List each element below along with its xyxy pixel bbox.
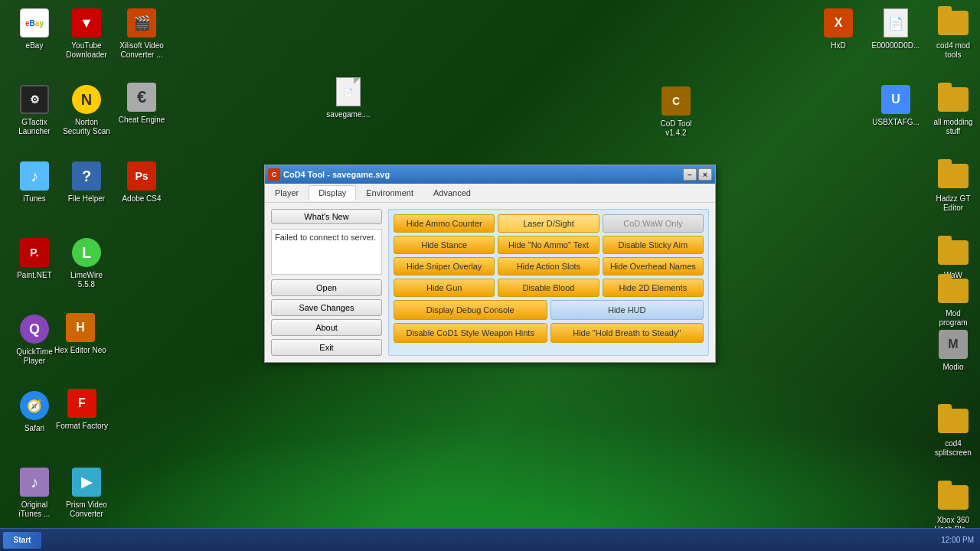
icon-format-factory[interactable]: F Format Factory [55, 388, 109, 431]
icon-quicktime-label: QuickTimePlayer [16, 347, 52, 366]
icon-paintnet-label: Paint.NET [17, 271, 52, 280]
icon-itunes-label: iTunes [23, 194, 46, 204]
cod4-tool-dialog: C CoD4 Tool - savegame.svg − × Player Di… [264, 165, 716, 363]
icon-safari-label: Safari [24, 424, 44, 433]
left-buttons: Open Save Changes About Exit [271, 279, 382, 356]
icon-cod4-splitscreen-label: cod4splitscreen [935, 439, 972, 458]
icon-original-itunes-label: OriginaliTunes ... [19, 500, 51, 519]
icon-cod-tool[interactable]: C CoD Toolv1.4.2 [649, 86, 703, 138]
icon-prism-video[interactable]: ▶ Prism VideoConverter [60, 467, 113, 519]
icon-all-modding[interactable]: all moddingstuff [926, 84, 980, 136]
tab-player[interactable]: Player [265, 185, 309, 201]
hide-2d-elements-button[interactable]: Hide 2D Elements [603, 279, 704, 297]
icon-usbxtafgx[interactable]: U USBXTAFG... [869, 84, 923, 127]
tab-environment[interactable]: Environment [356, 185, 423, 201]
btn-row-3: Hide Sniper Overlay Hide Action Slots Hi… [394, 257, 704, 276]
btn-row-2: Hide Stance Hide "No Ammo" Text Disable … [394, 236, 704, 254]
icon-gtactix[interactable]: ⚙ GTactixLauncher [8, 84, 61, 136]
hide-no-ammo-button[interactable]: Hide "No Ammo" Text [498, 236, 599, 254]
icon-safari[interactable]: 🧭 Safari [8, 390, 61, 433]
icon-file-helper[interactable]: ? File Helper [60, 161, 113, 204]
icon-cod-tool-label: CoD Toolv1.4.2 [661, 119, 692, 138]
icon-hxd-label: HxD [831, 41, 845, 51]
minimize-button[interactable]: − [683, 168, 697, 181]
icon-cod4-mod-tools-label: cod4 modtools [936, 41, 970, 60]
icon-ebay[interactable]: eBay eBay [8, 8, 61, 51]
btn-row-5: Display Debug Console Hide HUD [394, 300, 704, 320]
icon-e00file-label: E00000D0D... [872, 41, 920, 51]
icon-hadzz-gt-label: Hadzz GTEditor [936, 194, 970, 213]
hide-ammo-counter-button[interactable]: Hide Ammo Counter [394, 214, 495, 233]
icon-youtube-downloader[interactable]: ▼ YouTubeDownloader [60, 8, 113, 60]
icon-adobe-cs4-label: Adobe CS4 [122, 194, 161, 204]
laser-dsight-button[interactable]: Laser D/Sight [498, 214, 599, 233]
disable-sticky-aim-button[interactable]: Disable Sticky Aim [603, 236, 704, 254]
btn-row-6: Disable CoD1 Style Weapon Hints Hide "Ho… [394, 323, 704, 343]
hide-hud-button[interactable]: Hide HUD [550, 300, 704, 320]
icon-modio[interactable]: M Modio [926, 329, 980, 372]
icon-hxd[interactable]: X HxD [812, 8, 865, 51]
icon-savegame-label: savegame.... [326, 110, 370, 119]
disable-blood-button[interactable]: Disable Blood [498, 279, 599, 297]
system-tray: 12:00 PM [941, 536, 974, 544]
icon-limewire-label: LimeWire5.5.8 [70, 271, 103, 289]
icon-adobe-cs4[interactable]: Ps Adobe CS4 [115, 161, 168, 204]
hide-gun-button[interactable]: Hide Gun [394, 279, 495, 297]
icon-ebay-label: eBay [26, 41, 44, 51]
icon-gtactix-label: GTactixLauncher [18, 118, 51, 136]
cod-waw-only-button[interactable]: CoD:WaW Only [603, 214, 704, 233]
hide-action-slots-button[interactable]: Hide Action Slots [498, 257, 599, 276]
icon-hex-editor-neo[interactable]: H Hex Editor Neo [54, 312, 107, 355]
icon-hadzz-gt[interactable]: Hadzz GTEditor [926, 161, 980, 213]
exit-button[interactable]: Exit [271, 339, 382, 356]
icon-xbox-360-hash[interactable]: Xbox 360Hash Blo... [926, 482, 980, 534]
icon-youtube-label: YouTubeDownloader [66, 41, 106, 60]
display-debug-console-button[interactable]: Display Debug Console [394, 300, 547, 320]
btn-row-4: Hide Gun Disable Blood Hide 2D Elements [394, 279, 704, 297]
icon-modio-label: Modio [942, 363, 963, 372]
icon-norton[interactable]: N NortonSecurity Scan [60, 84, 113, 136]
icon-cheat-engine[interactable]: € Cheat Engine [115, 82, 168, 125]
icon-cod4-splitscreen[interactable]: cod4splitscreen [926, 406, 980, 458]
clock: 12:00 PM [941, 536, 974, 544]
icon-cod4-mod-tools[interactable]: cod4 modtools [926, 8, 980, 60]
hide-overhead-names-button[interactable]: Hide Overhead Names [603, 257, 704, 276]
icon-e00file[interactable]: 📄 E00000D0D... [869, 8, 923, 51]
save-changes-button[interactable]: Save Changes [271, 299, 382, 316]
desktop: eBay eBay ▼ YouTubeDownloader 🎬 Xilisoft… [0, 0, 980, 551]
icon-limewire[interactable]: L LimeWire5.5.8 [60, 237, 113, 289]
icon-original-itunes[interactable]: ♪ OriginaliTunes ... [8, 467, 61, 519]
taskbar: Start 12:00 PM [0, 528, 980, 551]
status-text: Failed to connect to server. [275, 233, 376, 242]
open-button[interactable]: Open [271, 279, 382, 296]
hide-hold-breath-button[interactable]: Hide "Hold Breath to Steady" [550, 323, 704, 343]
dialog-app-icon: C [268, 168, 280, 181]
icon-hex-editor-label: Hex Editor Neo [54, 346, 106, 355]
icon-file-helper-label: File Helper [68, 194, 105, 204]
hide-stance-button[interactable]: Hide Stance [394, 236, 495, 254]
dialog-tabs: Player Display Environment Advanced [265, 184, 715, 203]
tab-display[interactable]: Display [309, 185, 356, 201]
icon-usbxtafgx-label: USBXTAFG... [872, 118, 920, 127]
icon-itunes[interactable]: ♪ iTunes [8, 161, 61, 204]
icon-cheat-engine-label: Cheat Engine [119, 116, 165, 125]
icon-xilisoft[interactable]: 🎬 Xilisoft VideoConverter ... [115, 8, 168, 60]
dialog-titlebar: C CoD4 Tool - savegame.svg − × [265, 165, 715, 184]
whats-new-button[interactable]: What's New [271, 209, 382, 224]
start-button[interactable]: Start [3, 532, 41, 549]
close-button[interactable]: × [698, 168, 712, 181]
hide-sniper-overlay-button[interactable]: Hide Sniper Overlay [394, 257, 495, 276]
start-label: Start [14, 536, 31, 544]
tab-advanced[interactable]: Advanced [423, 185, 481, 201]
icon-all-modding-label: all moddingstuff [933, 118, 972, 136]
disable-cod1-hints-button[interactable]: Disable CoD1 Style Weapon Hints [394, 323, 547, 343]
about-button[interactable]: About [271, 319, 382, 336]
icon-norton-label: NortonSecurity Scan [63, 118, 110, 136]
dialog-title: CoD4 Tool - savegame.svg [283, 170, 681, 179]
status-box: Failed to connect to server. [271, 229, 382, 275]
icon-savegame[interactable]: 📄 savegame.... [322, 77, 375, 119]
right-panel: Hide Ammo Counter Laser D/Sight CoD:WaW … [388, 209, 709, 356]
icon-xilisoft-label: Xilisoft VideoConverter ... [119, 41, 164, 60]
icon-paintnet[interactable]: P. Paint.NET [8, 237, 61, 280]
icon-mod-program[interactable]: Modprogram [926, 276, 980, 328]
